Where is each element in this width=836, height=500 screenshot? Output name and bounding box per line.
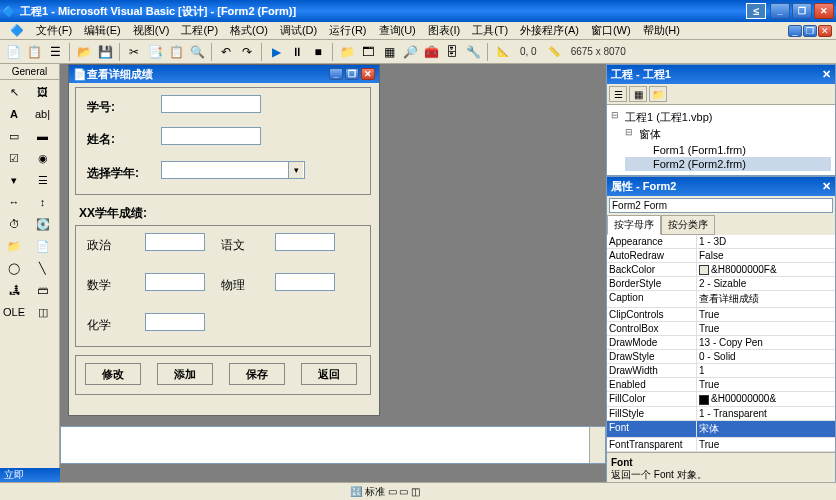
property-row[interactable]: DrawWidth1 (607, 364, 835, 378)
minimize-button[interactable]: _ (770, 3, 790, 19)
label-tool[interactable]: A (2, 104, 26, 124)
properties-button[interactable]: 🗔 (359, 43, 377, 61)
addproject-button[interactable]: 📄 (4, 43, 22, 61)
menu-file[interactable]: 文件(F) (30, 23, 78, 38)
viewobject-button[interactable]: ▦ (629, 86, 647, 102)
mdi-close-button[interactable]: ✕ (818, 25, 832, 37)
addform-button[interactable]: 📋 (25, 43, 43, 61)
combo-year[interactable] (161, 161, 305, 179)
cut-button[interactable]: ✂ (125, 43, 143, 61)
optionbutton-tool[interactable]: ◉ (31, 148, 55, 168)
pointer-tool[interactable]: ↖ (2, 82, 26, 102)
label-chemistry[interactable]: 化学 (87, 317, 111, 334)
menu-edit[interactable]: 编辑(E) (78, 23, 127, 38)
picturebox-tool[interactable]: 🖼 (31, 82, 55, 102)
find-button[interactable]: 🔍 (188, 43, 206, 61)
label-physics[interactable]: 物理 (221, 277, 245, 294)
dataview-button[interactable]: 🗄 (443, 43, 461, 61)
objectbrowser-button[interactable]: 🔎 (401, 43, 419, 61)
textbox-chemistry[interactable] (145, 313, 205, 331)
frame-tool[interactable]: ▭ (2, 126, 26, 146)
form2-window[interactable]: 📄 查看详细成绩 _ ❐ ✕ 学号: 姓名: 选择学年: XX学年成绩: 政治 (68, 64, 380, 416)
listbox-tool[interactable]: ☰ (31, 170, 55, 190)
label-politics[interactable]: 政治 (87, 237, 111, 254)
paste-button[interactable]: 📋 (167, 43, 185, 61)
immediate-vscroll[interactable] (589, 427, 605, 463)
property-row[interactable]: Caption查看详细成绩 (607, 291, 835, 308)
project-explorer-button[interactable]: 📁 (338, 43, 356, 61)
textbox-sno[interactable] (161, 95, 261, 113)
pause-button[interactable]: ⏸ (288, 43, 306, 61)
textbox-tool[interactable]: ab| (31, 104, 55, 124)
combobox-tool[interactable]: ▾ (2, 170, 26, 190)
checkbox-tool[interactable]: ☑ (2, 148, 26, 168)
textbox-politics[interactable] (145, 233, 205, 251)
tree-form1[interactable]: Form1 (Form1.frm) (625, 143, 831, 157)
toolbox-button[interactable]: 🧰 (422, 43, 440, 61)
property-row[interactable]: Appearance1 - 3D (607, 235, 835, 249)
line-tool[interactable]: ╲ (31, 258, 55, 278)
property-row[interactable]: EnabledTrue (607, 378, 835, 392)
drivelistbox-tool[interactable]: 💽 (31, 214, 55, 234)
filelistbox-tool[interactable]: 📄 (31, 236, 55, 256)
form2-minimize-button[interactable]: _ (329, 68, 343, 80)
undo-button[interactable]: ↶ (217, 43, 235, 61)
menu-project[interactable]: 工程(P) (175, 23, 224, 38)
label-math[interactable]: 数学 (87, 277, 111, 294)
shape-tool[interactable]: ◯ (2, 258, 26, 278)
menu-tools[interactable]: 工具(T) (466, 23, 514, 38)
timer-tool[interactable]: ⏱ (2, 214, 26, 234)
tree-root[interactable]: 工程1 (工程1.vbp) (611, 109, 831, 126)
menu-window[interactable]: 窗口(W) (585, 23, 637, 38)
togglefolders-button[interactable]: 📁 (649, 86, 667, 102)
menueditor-button[interactable]: ☰ (46, 43, 64, 61)
back-button[interactable]: 返回 (301, 363, 357, 385)
label-year[interactable]: 选择学年: (87, 165, 139, 182)
image-tool[interactable]: 🏞 (2, 280, 26, 300)
property-row[interactable]: BorderStyle2 - Sizable (607, 277, 835, 291)
mdi-minimize-button[interactable]: _ (788, 25, 802, 37)
menu-view[interactable]: 视图(V) (127, 23, 176, 38)
tree-form2[interactable]: Form2 (Form2.frm) (625, 157, 831, 171)
property-row[interactable]: AutoRedrawFalse (607, 249, 835, 263)
close-button[interactable]: ✕ (814, 3, 834, 19)
stop-button[interactable]: ■ (309, 43, 327, 61)
maximize-button[interactable]: ❐ (792, 3, 812, 19)
modify-button[interactable]: 修改 (85, 363, 141, 385)
property-grid[interactable]: Appearance1 - 3DAutoRedrawFalseBackColor… (607, 235, 835, 452)
open-button[interactable]: 📂 (75, 43, 93, 61)
formlayout-button[interactable]: ▦ (380, 43, 398, 61)
tab-categorized[interactable]: 按分类序 (661, 215, 715, 235)
tree-folder[interactable]: 窗体 (625, 126, 831, 143)
property-row[interactable]: DrawStyle0 - Solid (607, 350, 835, 364)
property-row[interactable]: FontTransparentTrue (607, 438, 835, 452)
saveform-button[interactable]: 保存 (229, 363, 285, 385)
form2-body[interactable]: 学号: 姓名: 选择学年: XX学年成绩: 政治 语文 数学 物理 化学 (69, 83, 379, 415)
menu-sys-icon[interactable]: 🔷 (4, 24, 30, 37)
components-button[interactable]: 🔧 (464, 43, 482, 61)
property-row[interactable]: ClipControlsTrue (607, 308, 835, 322)
label-chinese[interactable]: 语文 (221, 237, 245, 254)
menu-chart[interactable]: 图表(I) (422, 23, 466, 38)
viewcode-button[interactable]: ☰ (609, 86, 627, 102)
menu-format[interactable]: 格式(O) (224, 23, 274, 38)
textbox-math[interactable] (145, 273, 205, 291)
immediate-window[interactable] (60, 426, 606, 464)
vscrollbar-tool[interactable]: ↕ (31, 192, 55, 212)
textbox-name[interactable] (161, 127, 261, 145)
adodc-tool[interactable]: ◫ (31, 302, 55, 322)
label-sno[interactable]: 学号: (87, 99, 115, 116)
menu-run[interactable]: 运行(R) (323, 23, 372, 38)
redo-button[interactable]: ↷ (238, 43, 256, 61)
hscrollbar-tool[interactable]: ↔ (2, 192, 26, 212)
object-combo[interactable]: Form2 Form (609, 198, 833, 213)
ole-tool[interactable]: OLE (2, 302, 26, 322)
textbox-chinese[interactable] (275, 233, 335, 251)
property-row[interactable]: DrawMode13 - Copy Pen (607, 336, 835, 350)
form2-maximize-button[interactable]: ❐ (345, 68, 359, 80)
property-row[interactable]: BackColor&H8000000F& (607, 263, 835, 277)
project-panel-close[interactable]: ✕ (822, 68, 831, 81)
copy-button[interactable]: 📑 (146, 43, 164, 61)
menu-debug[interactable]: 调试(D) (274, 23, 323, 38)
project-tree[interactable]: 工程1 (工程1.vbp) 窗体 Form1 (Form1.frm) Form2… (607, 105, 835, 175)
